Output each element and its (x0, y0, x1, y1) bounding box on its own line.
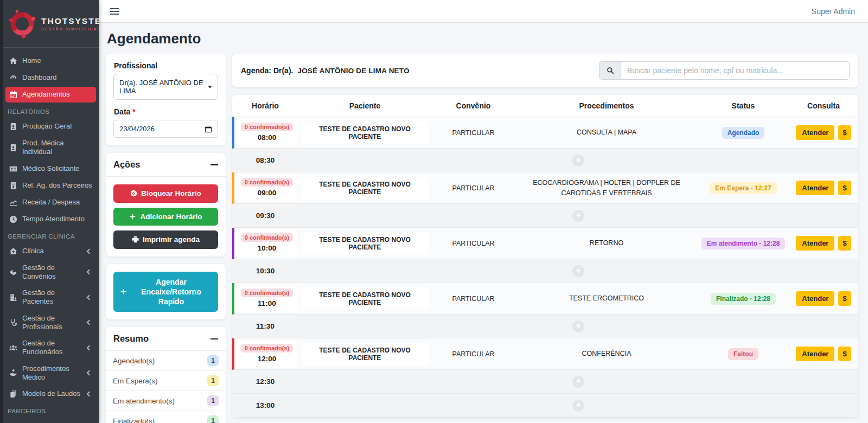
sidebar-item-label: Procedimentos Médico (22, 364, 83, 382)
billing-dollar-button[interactable]: $ (838, 291, 851, 306)
calendar-icon (205, 125, 212, 133)
patient-name[interactable]: TESTE DE CADASTRO NOVO PACIENTE (302, 232, 428, 255)
sidebar-item-label: Agendamentos (22, 90, 93, 99)
search-input[interactable] (621, 61, 850, 80)
patient-name[interactable]: TESTE DE CADASTRO NOVO PACIENTE (302, 343, 428, 366)
collapse-icon[interactable] (210, 164, 218, 165)
chevron-left-icon (87, 248, 92, 254)
agenda-title: Agenda: Dr(a).JOSÉ ANTÔNIO DE LIMA NETO (241, 66, 410, 75)
brand[interactable]: THOTSYSTEM GESTÃO SIMPLIFICADA (0, 0, 99, 48)
professional-select[interactable]: Dr(a). JOSÉ ANTÔNIO DE LIMA (113, 74, 218, 100)
sidebar-item-agendamentos[interactable]: Agendamentos (5, 87, 96, 102)
table-header-row: HorárioPacienteConvênioProcedimentosStat… (232, 95, 858, 117)
sidebar-item-label: Tempo Atendimento (22, 215, 93, 223)
time-label: 08:30 (232, 156, 298, 164)
app-window: THOTSYSTEM GESTÃO SIMPLIFICADA HomeDashb… (0, 0, 868, 423)
left-panel: Profissional Dr(a). JOSÉ ANTÔNIO DE LIMA… (106, 54, 226, 423)
add-schedule-button[interactable]: Adicionar Horário (113, 208, 218, 226)
block-schedule-button[interactable]: Bloquear Horário (113, 184, 218, 203)
time-label: 10:30 (232, 267, 298, 275)
add-appointment-icon[interactable]: + (572, 321, 584, 332)
add-appointment-icon[interactable]: + (572, 376, 584, 388)
chevron-left-icon (87, 320, 92, 325)
summary-row-em-atendimento-s[interactable]: Em atendimento(s)1 (106, 391, 226, 411)
sidebar-item-gestao-de-convenios[interactable]: Gestão de Convênios (5, 260, 96, 285)
encaixe-button[interactable]: Agendar Encaixe/Retorno Rapido (113, 272, 218, 312)
time-label: 09:30 (232, 211, 298, 220)
billing-dollar-button[interactable]: $ (838, 125, 851, 140)
professional-select-value: Dr(a). JOSÉ ANTÔNIO DE LIMA (119, 79, 205, 95)
patient-name[interactable]: TESTE DE CADASTRO NOVO PACIENTE (302, 287, 428, 310)
time-cell: 0 confirmado(s)11:00 (237, 285, 297, 312)
sidebar-item-producao-geral[interactable]: Produção Geral (5, 119, 96, 134)
billing-dollar-button[interactable]: $ (838, 347, 851, 361)
sidebar-item-label: Prod. Médica Individual (22, 139, 93, 157)
search-icon (607, 67, 614, 74)
summary-row-finalizado-s[interactable]: Finalizado(s)1 (106, 411, 226, 423)
chevron-left-icon (87, 392, 92, 397)
insurance-cell: PARTICULAR (431, 293, 515, 305)
insurance-cell: PARTICULAR (431, 182, 515, 194)
time-label: 11:30 (232, 322, 298, 330)
sidebar-item-dashboard[interactable]: Dashboard (5, 70, 96, 86)
sidebar-item-tempo-atendimento[interactable]: Tempo Atendimento (5, 211, 96, 227)
billing-dollar-button[interactable]: $ (838, 181, 851, 195)
menu-toggle-icon[interactable] (108, 6, 121, 17)
summary-row-agendado-s[interactable]: Agendado(s)1 (106, 351, 226, 371)
sidebar-item-clinica[interactable]: Clínica (5, 243, 96, 259)
sidebar-item-home[interactable]: Home (5, 53, 96, 69)
column-header-status: Status (698, 101, 789, 110)
atender-button[interactable]: Atender (796, 291, 834, 306)
brand-name: THOTSYSTEM (41, 16, 99, 25)
sidebar-nav: HomeDashboardAgendamentosRELATÓRIOSProdu… (0, 48, 99, 423)
users-icon (9, 343, 18, 352)
empty-slot-row-0930: 09:30+ (232, 204, 858, 228)
sidebar-item-label: Receita / Despesa (22, 198, 93, 207)
add-appointment-icon[interactable]: + (572, 265, 584, 277)
summary-label: Agendado(s) (113, 357, 155, 365)
summary-label: Em atendimento(s) (113, 397, 175, 405)
sidebar-item-modelo-de-laudos[interactable]: Modelo de Laudos (5, 386, 96, 402)
print-agenda-button[interactable]: Imprimir agenda (113, 230, 218, 249)
sidebar-item-procedimentos-medico[interactable]: Procedimentos Médico (5, 361, 96, 386)
sidebar-item-label: Clínica (22, 247, 83, 255)
patient-name[interactable]: TESTE DE CADASTRO NOVO PACIENTE (302, 177, 428, 200)
sidebar-item-gestao-de-pacientes[interactable]: Gestão de Pacientes (5, 285, 96, 310)
appointment-row-1100: 0 confirmado(s)11:00TESTE DE CADASTRO NO… (232, 283, 858, 315)
add-appointment-icon[interactable]: + (572, 210, 584, 222)
sidebar-section-header-relatorios: RELATÓRIOS (5, 104, 96, 118)
sidebar-item-gestao-empresas-parceiras[interactable]: Gestão Empresas Parceiras (5, 418, 96, 423)
summary-row-em-espera-s[interactable]: Em Espera(s)1 (106, 371, 226, 391)
chevron-left-icon (87, 270, 92, 275)
date-value: 23/04/2026 (119, 125, 155, 133)
sidebar-item-gestao-de-profissionais[interactable]: Gestão de Profissionais (5, 311, 96, 335)
id-card-icon (9, 143, 18, 152)
collapse-icon[interactable] (210, 338, 218, 339)
chart-icon (9, 198, 18, 207)
add-appointment-icon[interactable]: + (572, 400, 584, 412)
sidebar-item-label: Produção Geral (22, 122, 93, 131)
add-appointment-icon[interactable]: + (572, 155, 584, 166)
atender-button[interactable]: Atender (796, 125, 834, 140)
sidebar-item-receita-despesa[interactable]: Receita / Despesa (5, 195, 96, 210)
sidebar-item-prod-medica-individual[interactable]: Prod. Médica Individual (5, 136, 96, 160)
atender-button[interactable]: Atender (796, 181, 834, 195)
atender-button[interactable]: Atender (796, 236, 834, 251)
status-badge: Em Espera - 12:27 (710, 182, 776, 194)
time-cell: 0 confirmado(s)09:00 (237, 174, 297, 202)
billing-dollar-button[interactable]: $ (838, 236, 851, 251)
date-input[interactable]: 23/04/2026 (113, 120, 218, 138)
sidebar-item-gestao-de-funcionarios[interactable]: Gestão de Funcionários (5, 336, 96, 360)
sidebar-item-label: Gestão de Profissionais (22, 314, 83, 332)
user-menu[interactable]: Super Admin (812, 7, 855, 16)
sidebar-item-medico-solicitante[interactable]: Médico Solicitante (5, 161, 96, 177)
sidebar-item-rel-ag-dos-parceiros[interactable]: Rel. Ag. dos Parceiros (5, 178, 96, 194)
sidebar-item-label: Médico Solicitante (22, 164, 93, 173)
table-body: 0 confirmado(s)08:00TESTE DE CADASTRO NO… (232, 117, 858, 418)
insurance-cell: PARTICULAR (431, 127, 515, 139)
patient-name[interactable]: TESTE DE CADASTRO NOVO PACIENTE (302, 121, 428, 144)
search-button[interactable] (599, 61, 621, 80)
encaixe-card: Agendar Encaixe/Retorno Rapido (106, 264, 226, 320)
ban-icon (130, 190, 137, 197)
atender-button[interactable]: Atender (796, 347, 834, 361)
